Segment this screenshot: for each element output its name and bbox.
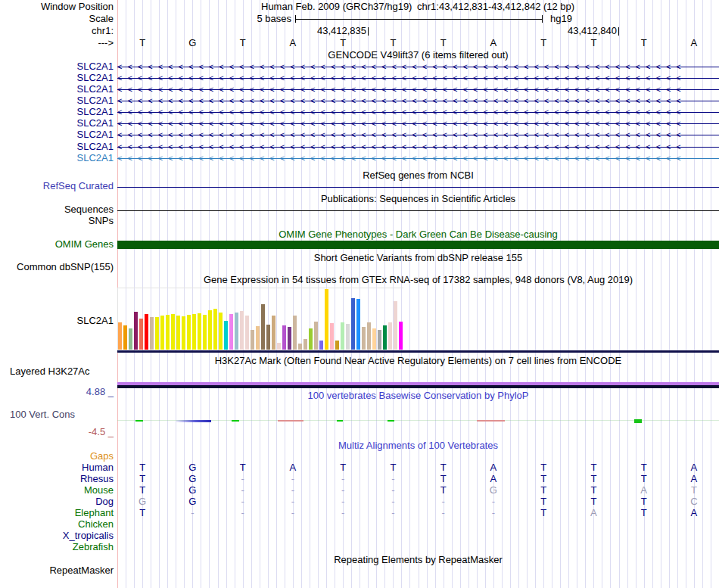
- gtex-expression-bar[interactable]: [155, 317, 159, 350]
- alignment-base[interactable]: T: [384, 462, 402, 473]
- alignment-base[interactable]: -: [484, 496, 503, 507]
- alignment-base[interactable]: T: [534, 496, 552, 507]
- alignment-base[interactable]: T: [635, 508, 653, 518]
- alignment-base[interactable]: -: [234, 496, 252, 507]
- gtex-expression-bar[interactable]: [245, 316, 249, 350]
- alignment-base[interactable]: A: [685, 462, 703, 473]
- alignment-base[interactable]: -: [234, 508, 252, 518]
- gtex-expression-bar[interactable]: [325, 289, 328, 350]
- transcript-arrows[interactable]: <<<<<<<<<<<<<<<<<<<<<<<<<<<<<<<<<<<<<<<<…: [117, 154, 719, 163]
- species-label[interactable]: Human: [0, 462, 114, 473]
- species-label[interactable]: Elephant: [0, 508, 114, 518]
- phylop-signal-segment[interactable]: [634, 419, 642, 423]
- gtex-expression-bar[interactable]: [118, 322, 122, 350]
- gtex-expression-bar[interactable]: [378, 330, 381, 350]
- alignment-base[interactable]: -: [434, 508, 453, 518]
- alignment-base[interactable]: -: [384, 508, 402, 518]
- gtex-expression-bar[interactable]: [251, 330, 254, 350]
- gtex-expression-bar[interactable]: [309, 328, 313, 350]
- alignment-base[interactable]: G: [484, 485, 503, 496]
- alignment-base[interactable]: C: [685, 496, 703, 507]
- gtex-expression-bar[interactable]: [282, 325, 286, 350]
- transcript-arrows[interactable]: <<<<<<<<<<<<<<<<<<<<<<<<<<<<<<<<<<<<<<<<…: [117, 85, 719, 94]
- alignment-base[interactable]: A: [584, 508, 602, 518]
- gtex-expression-bar[interactable]: [394, 301, 397, 350]
- gtex-expression-bar[interactable]: [235, 313, 238, 350]
- gtex-expression-bar[interactable]: [229, 314, 233, 350]
- alignment-base[interactable]: T: [635, 474, 653, 484]
- transcript-label[interactable]: SLC2A1: [0, 95, 114, 106]
- alignment-base[interactable]: -: [284, 485, 302, 496]
- alignment-base[interactable]: T: [133, 508, 151, 518]
- species-label[interactable]: Rhesus: [0, 474, 114, 484]
- gtex-expression-bar[interactable]: [288, 327, 291, 350]
- alignment-base[interactable]: G: [133, 496, 151, 507]
- species-label[interactable]: Dog: [0, 496, 114, 507]
- gtex-expression-bar[interactable]: [203, 315, 207, 350]
- species-label[interactable]: Gaps: [0, 451, 114, 462]
- gtex-expression-bar[interactable]: [224, 321, 228, 350]
- repeatmasker-label[interactable]: RepeatMasker: [0, 565, 114, 576]
- alignment-base[interactable]: T: [133, 474, 151, 484]
- species-label[interactable]: X_tropicalis: [0, 530, 114, 541]
- transcript-label[interactable]: SLC2A1: [0, 142, 114, 152]
- alignment-base[interactable]: -: [284, 474, 302, 484]
- gtex-expression-bar[interactable]: [171, 314, 175, 350]
- transcript-arrows[interactable]: <<<<<<<<<<<<<<<<<<<<<<<<<<<<<<<<<<<<<<<<…: [117, 119, 719, 128]
- gtex-expression-bar[interactable]: [346, 324, 350, 350]
- gtex-expression-bar[interactable]: [351, 298, 355, 350]
- gtex-expression-bar[interactable]: [160, 316, 164, 350]
- phylop-signal-segment[interactable]: [176, 420, 211, 422]
- omim-gene-item[interactable]: [117, 241, 719, 249]
- gtex-expression-bar[interactable]: [266, 325, 270, 350]
- alignment-base[interactable]: A: [284, 462, 302, 473]
- alignment-base[interactable]: T: [584, 462, 602, 473]
- gtex-expression-bar[interactable]: [303, 339, 307, 350]
- alignment-base[interactable]: T: [534, 462, 552, 473]
- gtex-expression-bar[interactable]: [134, 312, 138, 350]
- alignment-base[interactable]: G: [183, 462, 201, 473]
- gtex-expression-bar[interactable]: [388, 322, 392, 350]
- transcript-label[interactable]: SLC2A1: [0, 73, 114, 83]
- gtex-expression-bar[interactable]: [176, 316, 180, 350]
- alignment-base[interactable]: T: [685, 485, 703, 496]
- gtex-expression-bar[interactable]: [330, 323, 334, 350]
- vert-cons-label[interactable]: 100 Vert. Cons: [10, 409, 75, 420]
- gtex-expression-bar[interactable]: [182, 316, 185, 350]
- gtex-expression-bar[interactable]: [145, 314, 148, 350]
- alignment-base[interactable]: -: [234, 474, 252, 484]
- alignment-base[interactable]: G: [183, 485, 201, 496]
- alignment-base[interactable]: -: [334, 474, 352, 484]
- gtex-expression-bar[interactable]: [150, 317, 154, 350]
- transcript-arrows[interactable]: <<<<<<<<<<<<<<<<<<<<<<<<<<<<<<<<<<<<<<<<…: [117, 107, 719, 117]
- gtex-expression-bar[interactable]: [208, 310, 212, 350]
- gtex-expression-bar[interactable]: [362, 327, 366, 350]
- gtex-expression-bar[interactable]: [272, 316, 275, 350]
- transcript-label[interactable]: SLC2A1: [0, 84, 114, 95]
- alignment-base[interactable]: A: [685, 508, 703, 518]
- refseq-gene-item[interactable]: [117, 187, 719, 188]
- alignment-base[interactable]: T: [635, 462, 653, 473]
- gtex-expression-bar[interactable]: [335, 341, 339, 350]
- gtex-expression-bar[interactable]: [129, 328, 132, 350]
- transcript-label[interactable]: SLC2A1: [0, 107, 114, 117]
- transcript-arrows[interactable]: <<<<<<<<<<<<<<<<<<<<<<<<<<<<<<<<<<<<<<<<…: [117, 73, 719, 82]
- transcript-arrows[interactable]: <<<<<<<<<<<<<<<<<<<<<<<<<<<<<<<<<<<<<<<<…: [117, 142, 719, 151]
- alignment-base[interactable]: -: [234, 485, 252, 496]
- transcript-label[interactable]: SLC2A1: [0, 118, 114, 129]
- alignment-base[interactable]: -: [334, 496, 352, 507]
- alignment-base[interactable]: -: [183, 508, 201, 518]
- common-dbsnp-label[interactable]: Common dbSNP(155): [0, 262, 114, 272]
- alignment-base[interactable]: -: [334, 485, 352, 496]
- gtex-expression-bar[interactable]: [166, 315, 170, 350]
- transcript-label[interactable]: SLC2A1: [0, 153, 114, 163]
- alignment-base[interactable]: T: [434, 474, 453, 484]
- alignment-base[interactable]: T: [434, 485, 453, 496]
- alignment-base[interactable]: T: [635, 496, 653, 507]
- transcript-label[interactable]: SLC2A1: [0, 129, 114, 140]
- alignment-base[interactable]: -: [384, 485, 402, 496]
- publications-item[interactable]: [117, 210, 719, 211]
- alignment-base[interactable]: T: [434, 462, 453, 473]
- species-label[interactable]: Mouse: [0, 485, 114, 496]
- alignment-base[interactable]: T: [133, 485, 151, 496]
